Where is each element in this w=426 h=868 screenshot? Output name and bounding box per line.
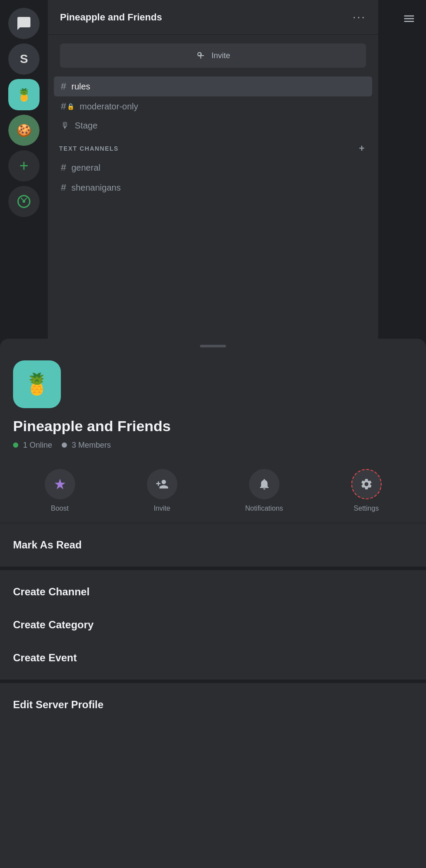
create-category-label: Create Category	[13, 619, 93, 630]
category-text-channels: TEXT CHANNELS +	[54, 135, 372, 158]
sheet-server-info: 🍍 Pineapple and Friends 1 Online 3 Membe…	[0, 347, 426, 460]
channel-stage[interactable]: 🎙 Stage	[54, 116, 372, 135]
lock-icon: 🔒	[67, 103, 74, 110]
server-menu-button[interactable]: ···	[353, 10, 366, 24]
channel-general[interactable]: # general	[54, 158, 372, 178]
sheet-server-name: Pineapple and Friends	[13, 418, 413, 435]
boost-button[interactable]: Boost	[9, 469, 111, 512]
channel-name: moderator-only	[80, 102, 138, 112]
channel-rules[interactable]: # rules	[54, 76, 372, 96]
settings-label: Settings	[354, 505, 379, 512]
channel-moderator-only[interactable]: # 🔒 moderator-only	[54, 96, 372, 116]
invite-button[interactable]: Invite	[60, 43, 366, 68]
channel-shenanigans[interactable]: # shenanigans	[54, 178, 372, 198]
channel-name: Stage	[75, 121, 97, 131]
add-server-icon: +	[19, 158, 28, 174]
channel-name: rules	[71, 82, 90, 92]
create-event-label: Create Event	[13, 652, 77, 663]
server-cookie[interactable]: 🍪	[8, 115, 40, 146]
notifications-button[interactable]: Notifications	[213, 469, 315, 512]
hash-icon: #	[61, 101, 66, 112]
menu-divider-1	[0, 567, 426, 570]
create-event-item[interactable]: Create Event	[0, 641, 426, 674]
invite-label: Invite	[211, 51, 230, 60]
channel-name: general	[71, 163, 100, 173]
mark-as-read-item[interactable]: Mark As Read	[0, 528, 426, 561]
pineapple-icon: 🍍	[8, 79, 40, 110]
member-count: 3 Members	[72, 441, 111, 449]
server-discovery-button[interactable]	[8, 186, 40, 217]
hash-icon: #	[61, 162, 66, 173]
online-count: 1 Online	[23, 441, 52, 449]
action-row: Boost Invite Notifications	[0, 460, 426, 523]
boost-label: Boost	[51, 505, 69, 512]
stage-icon: 🎙	[61, 121, 70, 131]
invite-action-button[interactable]: Invite	[111, 469, 213, 512]
edit-server-profile-label: Edit Server Profile	[13, 699, 103, 710]
menu-divider-2	[0, 680, 426, 683]
member-stat: 3 Members	[62, 441, 111, 450]
mark-as-read-label: Mark As Read	[13, 539, 82, 551]
settings-button[interactable]: Settings	[315, 469, 417, 512]
hash-icon: #	[61, 81, 66, 92]
create-channel-label: Create Channel	[13, 586, 90, 597]
invite-icon-container	[147, 469, 177, 499]
server-s-label: S	[20, 52, 28, 66]
server-s[interactable]: S	[8, 43, 40, 75]
channel-sidebar: Pineapple and Friends ··· Invite # rules…	[48, 0, 378, 339]
create-category-item[interactable]: Create Category	[0, 608, 426, 641]
menu-section-3: Edit Server Profile	[0, 688, 426, 721]
channel-list: # rules # 🔒 moderator-only 🎙 Stage TEXT …	[48, 76, 378, 198]
invite-action-label: Invite	[153, 505, 170, 512]
menu-section-1: Mark As Read	[0, 528, 426, 561]
notifications-icon-container	[249, 469, 280, 499]
add-server-button[interactable]: +	[8, 150, 40, 182]
server-pineapple[interactable]: 🍍	[8, 79, 40, 110]
channel-name: shenanigans	[71, 183, 120, 193]
hash-icon: #	[61, 182, 66, 193]
settings-icon-container	[351, 469, 382, 499]
category-label: TEXT CHANNELS	[59, 145, 119, 152]
sheet-server-icon: 🍍	[13, 360, 61, 408]
bottom-sheet: 🍍 Pineapple and Friends 1 Online 3 Membe…	[0, 339, 426, 868]
server-title: Pineapple and Friends	[60, 12, 162, 23]
add-channel-button[interactable]: +	[359, 143, 365, 154]
hamburger-menu-button[interactable]	[403, 12, 416, 28]
boost-icon-container	[45, 469, 75, 499]
edit-server-profile-item[interactable]: Edit Server Profile	[0, 688, 426, 721]
cookie-icon: 🍪	[8, 115, 40, 146]
dm-button[interactable]	[8, 8, 40, 39]
menu-section-2: Create Channel Create Category Create Ev…	[0, 575, 426, 674]
create-channel-item[interactable]: Create Channel	[0, 575, 426, 608]
server-header: Pineapple and Friends ···	[48, 0, 378, 35]
server-list: S 🍍 🍪 +	[0, 0, 48, 339]
online-stat: 1 Online	[13, 441, 52, 450]
offline-dot	[62, 442, 67, 448]
notifications-label: Notifications	[245, 505, 283, 512]
sheet-server-stats: 1 Online 3 Members	[13, 441, 413, 450]
online-dot	[13, 442, 18, 448]
